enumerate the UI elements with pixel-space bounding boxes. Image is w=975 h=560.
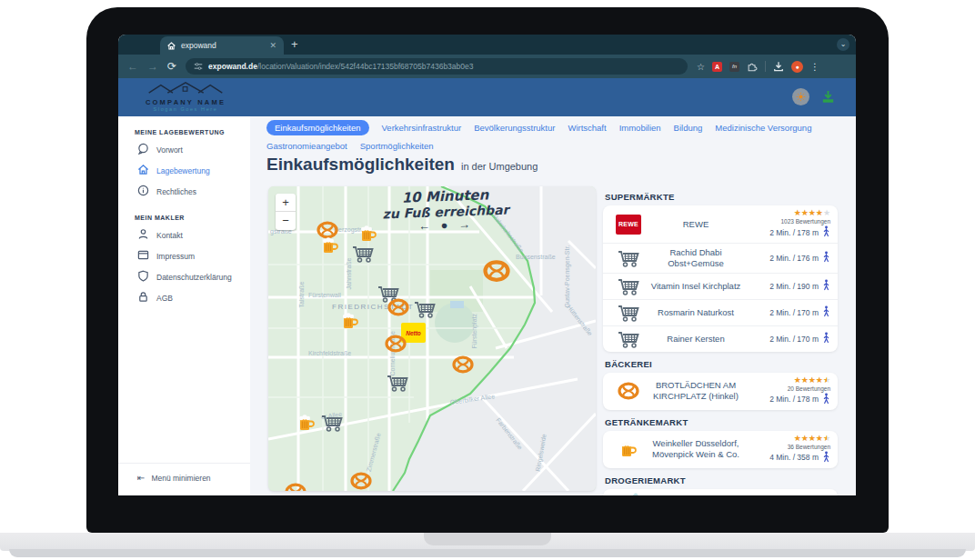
map-marker-cart-icon[interactable]: [352, 245, 374, 266]
sidebar-item-rechtliches[interactable]: Rechtliches: [118, 181, 250, 202]
export-download-icon[interactable]: [820, 89, 836, 105]
nav-tab-einkaufsmöglichkeiten[interactable]: Einkaufsmöglichkeiten: [266, 120, 369, 135]
menu-kebab-icon[interactable]: ⋮: [810, 62, 819, 72]
map-marker-pretzel-large-icon[interactable]: [483, 259, 510, 286]
nav-tab-wirtschaft[interactable]: Wirtschaft: [568, 120, 606, 135]
sidebar-item-label: Vorwort: [156, 145, 183, 155]
listing-row[interactable]: REWEREWE★★★★★★★★★★1023 Bewertungen2 Min.…: [603, 205, 838, 244]
listing-row[interactable]: Rosmarin Naturkost2 Min. / 170 m: [603, 300, 838, 326]
map-marker-pretzel-icon[interactable]: [285, 483, 307, 491]
company-logo[interactable]: COMPANY NAME Slogan Goes Here: [131, 81, 240, 112]
sidebar-item-impressum[interactable]: Impressum: [118, 245, 250, 266]
cart-icon: [608, 304, 648, 322]
nav-tab-verkehrsinfrastruktur[interactable]: Verkehrsinfrastruktur: [382, 120, 462, 135]
sidebar-item-datenschutzerklaerung[interactable]: Datenschutzerklärung: [118, 266, 250, 287]
sidebar-item-label: Rechtliches: [156, 187, 196, 196]
walking-person-icon: [822, 305, 830, 319]
poi-name: Rainer Kersten: [648, 334, 743, 345]
walking-person-icon: [822, 251, 830, 265]
sidebar-item-label: Datenschutzerklärung: [156, 273, 232, 282]
listing-row[interactable]: BROTLÄDCHEN AM KIRCHPLATZ (Hinkel)★★★★★★…: [603, 373, 838, 410]
nav-tab-bildung[interactable]: Bildung: [674, 120, 703, 135]
site-settings-icon[interactable]: [194, 62, 203, 71]
street-label: Jahnstraße: [346, 257, 352, 289]
sidebar-item-label: Lagebewertung: [156, 166, 210, 175]
distance-label: 4 Min. / 358 m: [769, 453, 819, 462]
nav-tab-bevölkerungsstruktur[interactable]: Bevölkerungsstruktur: [474, 120, 555, 135]
sidebar-item-vorwort[interactable]: Vorwort: [118, 139, 250, 160]
listing-row[interactable]: dm-drogerie markt5 Min. / 452 m: [603, 489, 838, 495]
address-bar[interactable]: expowand.de/locationValuation/index/542f…: [186, 58, 688, 75]
sidebar-item-label: AGB: [156, 294, 173, 303]
new-tab-button[interactable]: +: [291, 38, 298, 50]
walking-person-icon: [822, 393, 830, 406]
street-label: Fürstenwall: [308, 292, 341, 298]
rating-stars: ★★★★★★★★★★: [794, 376, 830, 385]
map-marker-pretzel-icon[interactable]: [350, 472, 372, 491]
pdf-extension-icon[interactable]: A: [712, 62, 722, 72]
zoom-out-button[interactable]: −: [276, 212, 296, 230]
poi-name: Rosmarin Naturkost: [648, 307, 743, 318]
chat-icon: [137, 143, 149, 156]
browser-tab-strip: expowand ✕ + ⌄: [118, 35, 856, 55]
beer-icon: [608, 440, 648, 458]
browser-toolbar: ← → ⟳ expowand.de/locationValuation/inde…: [118, 55, 856, 78]
listing-row[interactable]: Weinkeller Düsseldorf, Mövenpick Wein & …: [603, 431, 838, 468]
refresh-icon[interactable]: ⟳: [167, 61, 176, 72]
sidebar-item-agb[interactable]: AGB: [118, 287, 250, 308]
poi-name: Weinkeller Düsseldorf, Mövenpick Wein & …: [648, 438, 743, 460]
main-content: EinkaufsmöglichkeitenVerkehrsinfrastrukt…: [250, 116, 856, 495]
tab-search-chevron-icon[interactable]: ⌄: [837, 38, 849, 51]
zoom-in-button[interactable]: +: [276, 194, 296, 212]
map-marker-beer-icon[interactable]: [341, 312, 359, 334]
extensions-puzzle-icon[interactable]: [747, 61, 758, 72]
listing-card: dm-drogerie markt5 Min. / 452 m: [603, 489, 838, 495]
category-tabs: EinkaufsmöglichkeitenVerkehrsinfrastrukt…: [266, 120, 845, 154]
sidebar-item-kontakt[interactable]: Kontakt: [118, 225, 250, 245]
browser-tab[interactable]: expowand ✕: [160, 36, 284, 55]
lock-icon: [137, 291, 149, 305]
map-marker-beer-icon[interactable]: [321, 236, 339, 258]
back-icon[interactable]: ←: [127, 61, 138, 72]
listing-card: REWEREWE★★★★★★★★★★1023 Bewertungen2 Min.…: [603, 205, 838, 352]
map-marker-pretzel-icon[interactable]: [385, 335, 407, 356]
user-avatar[interactable]: [792, 88, 809, 105]
window-icon: [137, 249, 149, 263]
listing-row[interactable]: Vitamin Insel Kirchplatz2 Min. / 190 m: [603, 274, 838, 300]
downloads-icon[interactable]: [773, 61, 784, 72]
nav-tab-gastronomieangebot[interactable]: Gastronomieangebot: [266, 138, 347, 154]
distance-label: 2 Min. / 170 m: [769, 335, 819, 344]
sidebar-section-heading: MEIN MAKLER: [135, 215, 250, 221]
tab-close-icon[interactable]: ✕: [269, 42, 276, 50]
profile-avatar[interactable]: ●: [791, 61, 803, 73]
listing-section-heading: GETRÄNKEMARKT: [605, 417, 838, 427]
map-marker-pretzel-icon[interactable]: [387, 298, 409, 320]
sidebar-collapse-button[interactable]: ⇤ Menü minimieren: [118, 463, 250, 495]
distance-label: 2 Min. / 190 m: [769, 282, 819, 291]
map-marker-cart-icon[interactable]: [387, 374, 408, 395]
map-marker-beer-icon[interactable]: [297, 414, 316, 435]
review-count: 20 Bewertungen: [788, 385, 830, 392]
bookmark-star-icon[interactable]: ☆: [697, 62, 705, 72]
listing-row[interactable]: Rainer Kersten2 Min. / 170 m: [603, 326, 838, 352]
review-count: 1023 Bewertungen: [780, 218, 830, 225]
nav-tab-sportmöglichkeiten[interactable]: Sportmöglichkeiten: [360, 138, 434, 154]
poi-name: BROTLÄDCHEN AM KIRCHPLATZ (Hinkel): [648, 380, 743, 402]
map-marker-cart-icon[interactable]: [414, 300, 436, 322]
poi-name: Rachid Dhabi Obst+Gemüse: [648, 247, 743, 269]
map-marker-pretzel-icon[interactable]: [452, 355, 474, 377]
cart-icon: [608, 330, 648, 348]
roofs-logo-icon: [146, 81, 225, 95]
sidebar-item-lagebewertung[interactable]: Lagebewertung: [118, 160, 250, 181]
street-label: Bunsenstraße: [516, 254, 556, 260]
forward-icon[interactable]: →: [147, 61, 158, 72]
nav-tab-medizinische-versorgung[interactable]: Medizinische Versorgung: [715, 120, 811, 135]
nav-tab-immobilien[interactable]: Immobilien: [619, 120, 661, 135]
map-marker-cart-icon[interactable]: [321, 414, 343, 435]
toothbrush-icon: [608, 493, 648, 495]
fn-extension-icon[interactable]: fn: [729, 62, 739, 72]
listing-row[interactable]: Rachid Dhabi Obst+Gemüse2 Min. / 176 m: [603, 244, 838, 274]
map[interactable]: gstraßeHerzogstraßeFürstenwallFRIEDRICHS…: [268, 186, 596, 491]
home-icon: [137, 164, 149, 177]
collapse-label: Menü minimieren: [151, 474, 210, 483]
